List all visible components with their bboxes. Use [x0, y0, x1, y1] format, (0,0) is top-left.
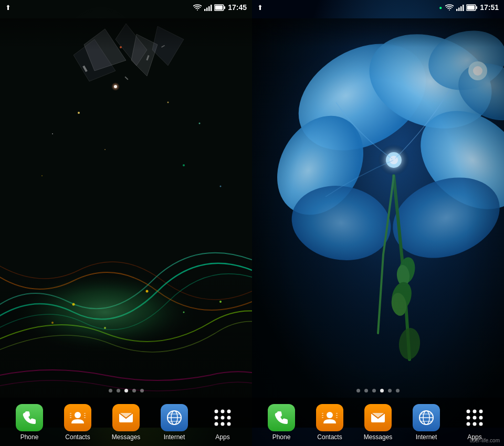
- dock-item-contacts-right[interactable]: Contacts: [309, 404, 351, 441]
- svg-point-113: [479, 422, 483, 426]
- svg-rect-36: [215, 5, 223, 9]
- apps-label: Apps: [215, 433, 229, 441]
- left-phone-screen: ⬆ 17:45: [0, 0, 252, 446]
- svg-rect-95: [336, 413, 338, 414]
- svg-rect-90: [467, 5, 475, 9]
- indicator-dot: [109, 389, 112, 392]
- svg-point-106: [473, 410, 477, 413]
- internet-label-right: Internet: [416, 433, 437, 441]
- svg-rect-32: [208, 6, 210, 11]
- right-page-indicators: [252, 389, 504, 398]
- svg-point-37: [75, 412, 81, 418]
- contacts-icon-right[interactable]: [316, 404, 343, 431]
- active-dot: ●: [439, 5, 442, 10]
- dock-item-internet-right[interactable]: Internet: [405, 404, 447, 441]
- left-time: 17:45: [228, 3, 247, 12]
- svg-rect-83: [252, 18, 504, 47]
- contacts-icon[interactable]: [64, 404, 91, 431]
- svg-rect-38: [70, 413, 71, 414]
- battery-icon: [214, 4, 226, 11]
- left-status-left: ⬆: [5, 4, 11, 12]
- svg-rect-97: [336, 417, 338, 418]
- svg-rect-93: [322, 415, 323, 416]
- dock-item-apps[interactable]: Apps: [202, 404, 244, 441]
- svg-rect-28: [0, 18, 252, 428]
- indicator-dot: [372, 389, 376, 392]
- phone-icon-right[interactable]: [268, 404, 295, 431]
- svg-point-91: [327, 412, 333, 418]
- svg-point-111: [467, 422, 470, 426]
- indicator-dot-active: [380, 389, 384, 392]
- svg-point-51: [215, 410, 218, 413]
- messages-label-right: Messages: [364, 433, 393, 441]
- left-status-right: 17:45: [193, 3, 247, 12]
- left-page-indicators: [0, 389, 252, 398]
- right-phone-screen: ⬆ ● 17:51: [252, 0, 504, 446]
- svg-rect-43: [84, 417, 86, 418]
- right-wallpaper: [252, 0, 504, 446]
- svg-point-108: [467, 416, 470, 420]
- contacts-label-right: Contacts: [317, 433, 342, 441]
- dock-item-internet[interactable]: Internet: [153, 404, 195, 441]
- indicator-dot: [117, 389, 120, 392]
- indicator-dot: [364, 389, 368, 392]
- messages-icon[interactable]: [112, 404, 140, 431]
- right-status-bar: ⬆ ● 17:51: [252, 0, 504, 15]
- internet-icon[interactable]: [161, 404, 188, 431]
- internet-icon-right[interactable]: [413, 404, 440, 431]
- svg-point-53: [227, 410, 231, 413]
- apps-icon-right[interactable]: [461, 404, 488, 431]
- svg-rect-94: [322, 417, 323, 418]
- indicator-dot: [388, 389, 392, 392]
- left-dock: Phone Contacts: [0, 398, 252, 446]
- dock-item-phone-right[interactable]: Phone: [260, 404, 302, 441]
- wifi-icon-right: [445, 4, 454, 11]
- dock-item-apps-right[interactable]: Apps: [454, 404, 496, 441]
- svg-point-105: [467, 410, 470, 413]
- svg-rect-82: [252, 18, 504, 428]
- usb-icon: ⬆: [5, 4, 11, 12]
- svg-rect-40: [70, 417, 71, 418]
- svg-point-110: [479, 416, 483, 420]
- battery-icon-right: [466, 4, 478, 11]
- wifi-icon: [193, 4, 202, 11]
- phone-icon[interactable]: [16, 404, 43, 431]
- svg-point-56: [227, 416, 231, 420]
- svg-rect-84: [456, 9, 458, 11]
- watermark: user-life.com: [470, 438, 500, 443]
- svg-point-55: [221, 416, 225, 420]
- svg-rect-35: [224, 6, 226, 9]
- internet-label: Internet: [164, 433, 185, 441]
- indicator-dot: [132, 389, 136, 392]
- usb-icon-right: ⬆: [257, 4, 263, 12]
- indicator-dot: [356, 389, 360, 392]
- left-status-bar: ⬆ 17:45: [0, 0, 252, 15]
- messages-label: Messages: [112, 433, 141, 441]
- svg-point-109: [473, 416, 477, 420]
- apps-icon[interactable]: [209, 404, 236, 431]
- svg-point-107: [479, 410, 483, 413]
- dock-item-contacts[interactable]: Contacts: [57, 404, 99, 441]
- dock-item-messages[interactable]: Messages: [105, 404, 147, 441]
- phone-label: Phone: [20, 433, 39, 441]
- dock-item-messages-right[interactable]: Messages: [357, 404, 399, 441]
- svg-rect-30: [204, 9, 206, 11]
- svg-rect-96: [336, 415, 338, 416]
- svg-point-112: [473, 422, 477, 426]
- right-dock: Phone Contacts: [252, 398, 504, 446]
- right-time: 17:51: [480, 3, 499, 12]
- signal-icon: [204, 4, 212, 11]
- svg-rect-31: [206, 7, 208, 11]
- svg-rect-39: [70, 415, 71, 416]
- phone-label-right: Phone: [272, 433, 291, 441]
- svg-rect-42: [84, 415, 86, 416]
- dock-item-phone[interactable]: Phone: [8, 404, 50, 441]
- contacts-label: Contacts: [65, 433, 90, 441]
- right-status-left: ⬆: [257, 4, 263, 12]
- svg-point-59: [227, 422, 231, 426]
- svg-point-57: [215, 422, 218, 426]
- svg-point-54: [215, 416, 218, 420]
- indicator-dot-active: [124, 389, 128, 392]
- messages-icon-right[interactable]: [364, 404, 392, 431]
- svg-rect-85: [458, 7, 460, 11]
